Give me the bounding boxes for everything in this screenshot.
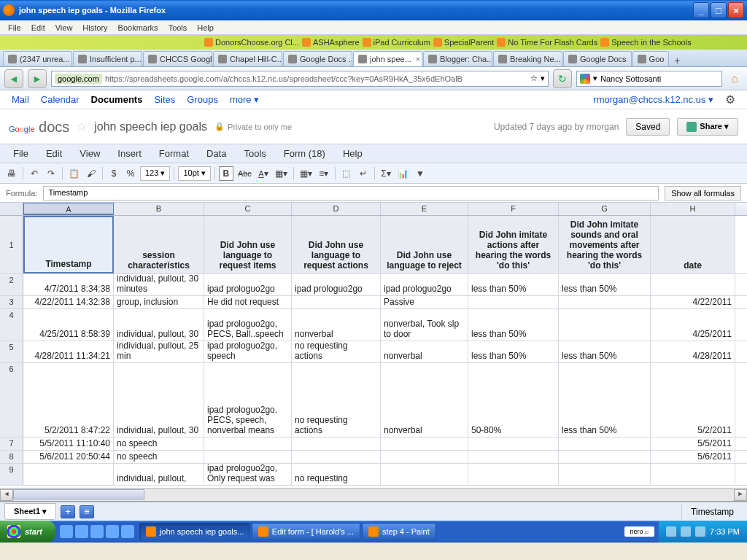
cell[interactable]: ipad prologuo2go [381,274,468,295]
ql-icon[interactable] [106,525,119,538]
menu-file[interactable]: File [3,22,26,34]
cell[interactable]: 4/28/2011 [651,341,735,362]
strikethrough-icon[interactable]: Abc [236,166,254,181]
row-number[interactable]: 3 [0,296,23,308]
browser-tab[interactable]: CHCCS Googl... [143,51,212,66]
gear-icon[interactable]: ⚙ [725,93,735,106]
cell[interactable] [381,438,468,450]
cell[interactable]: ipad prologuo2go, PECS, speech, nonverba… [204,363,292,437]
header-cell[interactable]: session characteristics [114,216,204,273]
docs-menu-form[interactable]: Form (18) [276,145,333,162]
cell[interactable]: less than 50% [559,341,651,362]
cell[interactable]: ipad prologuo2go [292,274,381,295]
docs-menu-format[interactable]: Format [152,145,196,162]
docs-menu-view[interactable]: View [72,145,107,162]
docs-menu-help[interactable]: Help [336,145,370,162]
col-header-b[interactable]: B [114,203,204,215]
forward-button[interactable]: ► [28,69,47,88]
percent-icon[interactable]: % [123,166,138,181]
cell[interactable]: individual, pullout, 30 [114,363,204,437]
ql-icon[interactable] [90,525,104,538]
scroll-right-button[interactable]: ► [734,489,747,501]
menu-tools[interactable]: Tools [163,22,193,34]
cell[interactable]: no speech [114,438,204,450]
cell[interactable] [559,451,651,463]
tray-icon[interactable] [695,526,705,537]
cell[interactable] [559,438,651,450]
font-size-select[interactable]: 10pt ▾ [178,166,210,181]
docs-menu-data[interactable]: Data [199,145,233,162]
scroll-left-button[interactable]: ◄ [0,489,13,501]
share-button[interactable]: Share ▾ [677,118,738,136]
cell[interactable] [559,296,651,308]
new-tab-button[interactable]: + [670,55,684,66]
cell[interactable]: less than 50% [559,274,651,295]
cell[interactable] [468,296,559,308]
browser-tab[interactable]: Goo [632,51,670,66]
col-header-d[interactable]: D [292,203,381,215]
gnav-more[interactable]: more ▾ [230,94,259,105]
col-header-e[interactable]: E [381,203,468,215]
cell[interactable]: no requesting actions [292,363,381,437]
clock[interactable]: 7:33 PM [710,527,740,536]
cell[interactable]: 5/6/2011 [651,451,735,463]
cell[interactable]: individual, pullout, 25 min [114,341,204,362]
search-bar[interactable]: ▾ Nancy Sottosanti [576,71,722,87]
url-bar[interactable]: google.com https://spreadsheets.google.c… [51,71,549,87]
text-color-icon[interactable]: A▾ [256,166,271,181]
header-cell[interactable]: Did John use language to request actions [292,216,381,273]
cell[interactable]: 4/28/2011 11:34:21 [23,341,114,362]
col-header-g[interactable]: G [559,203,651,215]
star-icon[interactable]: ☆ [77,120,87,133]
header-cell[interactable]: Did John imitate sounds and oral movemen… [559,216,651,273]
filter-icon[interactable]: ▼ [413,166,427,181]
browser-tab[interactable]: Google Docs [563,51,632,66]
add-sheet-button[interactable]: + [61,505,75,518]
cell[interactable] [204,451,292,463]
cell[interactable] [468,464,559,485]
header-cell[interactable]: Did John imitate actions after hearing t… [468,216,559,273]
clipboard-icon[interactable]: 📋 [66,166,82,181]
privacy-indicator[interactable]: 🔒 Private to only me [214,122,292,131]
cell[interactable]: 5/2/2011 [651,363,735,437]
cell[interactable]: no requesting [292,464,381,485]
print-icon[interactable]: 🖶 [4,166,19,181]
chart-icon[interactable]: 📊 [395,166,411,181]
tray-icon[interactable] [681,526,691,537]
row-number[interactable]: 1 [0,216,23,273]
cell[interactable] [292,438,381,450]
gnav-calendar[interactable]: Calendar [41,94,80,105]
cell[interactable]: 5/2/2011 8:47:22 [23,363,114,437]
cell[interactable]: 4/25/2011 [651,309,735,341]
google-docs-logo[interactable]: Google docs [9,117,69,136]
cell[interactable]: 50-80% [468,363,559,437]
cell[interactable]: 4/25/2011 8:58:39 [23,309,114,341]
col-header-c[interactable]: C [204,203,292,215]
reload-button[interactable]: ↻ [553,69,572,88]
row-number[interactable]: 6 [0,363,23,437]
cell[interactable]: 5/6/2011 20:50:44 [23,451,114,463]
sheet-list-button[interactable]: ≡ [80,505,94,518]
cell[interactable]: individual, pullout, [114,464,204,485]
cell[interactable]: 4/7/2011 8:34:38 [23,274,114,295]
show-all-formulas-button[interactable]: Show all formulas [665,186,741,201]
bookmark-item[interactable]: DonorsChoose.org Cl... [204,38,299,47]
cell[interactable] [381,464,468,485]
cell[interactable]: nonverbal, Took slp to door [381,309,468,341]
cell[interactable]: no requesting actions [292,341,381,362]
row-number[interactable]: 4 [0,309,23,341]
cell[interactable]: no speech [114,451,204,463]
cell[interactable] [23,464,114,485]
formula-input[interactable]: Timestamp [43,186,659,201]
bookmark-item[interactable]: SpecialParent [433,38,495,47]
docs-menu-file[interactable]: File [6,145,36,162]
header-cell[interactable]: Did John use language to reject [381,216,468,273]
bookmark-star-icon[interactable]: ☆ [530,74,538,83]
menu-edit[interactable]: Edit [26,22,50,34]
docs-menu-insert[interactable]: Insert [110,145,149,162]
tray-icon[interactable] [666,526,676,537]
row-number[interactable]: 5 [0,341,23,362]
cell[interactable] [651,274,735,295]
back-button[interactable]: ◄ [4,69,23,88]
bookmark-item[interactable]: No Time For Flash Cards [497,38,597,47]
